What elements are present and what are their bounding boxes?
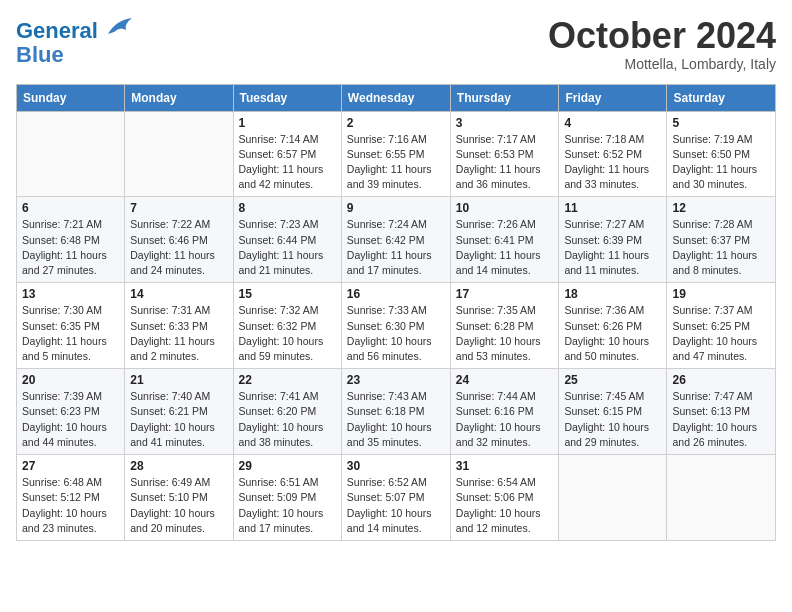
day-info: Sunrise: 7:23 AMSunset: 6:44 PMDaylight:…	[239, 217, 336, 278]
calendar-cell: 17Sunrise: 7:35 AMSunset: 6:28 PMDayligh…	[450, 283, 559, 369]
day-info: Sunrise: 7:37 AMSunset: 6:25 PMDaylight:…	[672, 303, 770, 364]
title-block: October 2024 Mottella, Lombardy, Italy	[548, 16, 776, 72]
day-number: 25	[564, 373, 661, 387]
day-info: Sunrise: 7:33 AMSunset: 6:30 PMDaylight:…	[347, 303, 445, 364]
logo-general: General	[16, 18, 98, 43]
calendar-cell: 21Sunrise: 7:40 AMSunset: 6:21 PMDayligh…	[125, 369, 233, 455]
day-number: 8	[239, 201, 336, 215]
day-info: Sunrise: 7:45 AMSunset: 6:15 PMDaylight:…	[564, 389, 661, 450]
month-title: October 2024	[548, 16, 776, 56]
day-number: 30	[347, 459, 445, 473]
day-info: Sunrise: 7:36 AMSunset: 6:26 PMDaylight:…	[564, 303, 661, 364]
day-number: 29	[239, 459, 336, 473]
day-number: 12	[672, 201, 770, 215]
calendar-cell: 2Sunrise: 7:16 AMSunset: 6:55 PMDaylight…	[341, 111, 450, 197]
day-number: 16	[347, 287, 445, 301]
day-info: Sunrise: 7:31 AMSunset: 6:33 PMDaylight:…	[130, 303, 227, 364]
calendar-cell: 28Sunrise: 6:49 AMSunset: 5:10 PMDayligh…	[125, 455, 233, 541]
week-row-1: 1Sunrise: 7:14 AMSunset: 6:57 PMDaylight…	[17, 111, 776, 197]
day-info: Sunrise: 7:27 AMSunset: 6:39 PMDaylight:…	[564, 217, 661, 278]
page-header: General Blue October 2024 Mottella, Lomb…	[16, 16, 776, 72]
day-info: Sunrise: 6:52 AMSunset: 5:07 PMDaylight:…	[347, 475, 445, 536]
calendar-cell: 29Sunrise: 6:51 AMSunset: 5:09 PMDayligh…	[233, 455, 341, 541]
day-info: Sunrise: 6:54 AMSunset: 5:06 PMDaylight:…	[456, 475, 554, 536]
day-number: 22	[239, 373, 336, 387]
calendar-cell: 15Sunrise: 7:32 AMSunset: 6:32 PMDayligh…	[233, 283, 341, 369]
day-number: 6	[22, 201, 119, 215]
header-day-tuesday: Tuesday	[233, 84, 341, 111]
calendar-cell: 20Sunrise: 7:39 AMSunset: 6:23 PMDayligh…	[17, 369, 125, 455]
day-number: 14	[130, 287, 227, 301]
day-info: Sunrise: 7:14 AMSunset: 6:57 PMDaylight:…	[239, 132, 336, 193]
logo-blue: Blue	[16, 43, 134, 67]
day-number: 24	[456, 373, 554, 387]
calendar-cell: 30Sunrise: 6:52 AMSunset: 5:07 PMDayligh…	[341, 455, 450, 541]
header-day-wednesday: Wednesday	[341, 84, 450, 111]
day-info: Sunrise: 6:48 AMSunset: 5:12 PMDaylight:…	[22, 475, 119, 536]
day-number: 7	[130, 201, 227, 215]
day-number: 21	[130, 373, 227, 387]
calendar-cell: 14Sunrise: 7:31 AMSunset: 6:33 PMDayligh…	[125, 283, 233, 369]
calendar-cell: 10Sunrise: 7:26 AMSunset: 6:41 PMDayligh…	[450, 197, 559, 283]
day-info: Sunrise: 7:22 AMSunset: 6:46 PMDaylight:…	[130, 217, 227, 278]
day-number: 13	[22, 287, 119, 301]
calendar-cell: 4Sunrise: 7:18 AMSunset: 6:52 PMDaylight…	[559, 111, 667, 197]
day-info: Sunrise: 7:43 AMSunset: 6:18 PMDaylight:…	[347, 389, 445, 450]
day-info: Sunrise: 7:44 AMSunset: 6:16 PMDaylight:…	[456, 389, 554, 450]
day-info: Sunrise: 7:16 AMSunset: 6:55 PMDaylight:…	[347, 132, 445, 193]
day-number: 11	[564, 201, 661, 215]
day-number: 27	[22, 459, 119, 473]
header-day-thursday: Thursday	[450, 84, 559, 111]
day-number: 19	[672, 287, 770, 301]
day-info: Sunrise: 7:32 AMSunset: 6:32 PMDaylight:…	[239, 303, 336, 364]
calendar-cell: 13Sunrise: 7:30 AMSunset: 6:35 PMDayligh…	[17, 283, 125, 369]
day-number: 4	[564, 116, 661, 130]
day-number: 17	[456, 287, 554, 301]
calendar-cell: 27Sunrise: 6:48 AMSunset: 5:12 PMDayligh…	[17, 455, 125, 541]
day-number: 18	[564, 287, 661, 301]
calendar-cell: 22Sunrise: 7:41 AMSunset: 6:20 PMDayligh…	[233, 369, 341, 455]
calendar-cell	[17, 111, 125, 197]
day-info: Sunrise: 7:19 AMSunset: 6:50 PMDaylight:…	[672, 132, 770, 193]
day-info: Sunrise: 6:51 AMSunset: 5:09 PMDaylight:…	[239, 475, 336, 536]
calendar-cell: 25Sunrise: 7:45 AMSunset: 6:15 PMDayligh…	[559, 369, 667, 455]
calendar-cell: 19Sunrise: 7:37 AMSunset: 6:25 PMDayligh…	[667, 283, 776, 369]
day-number: 20	[22, 373, 119, 387]
calendar-cell: 6Sunrise: 7:21 AMSunset: 6:48 PMDaylight…	[17, 197, 125, 283]
calendar-cell	[559, 455, 667, 541]
day-info: Sunrise: 7:47 AMSunset: 6:13 PMDaylight:…	[672, 389, 770, 450]
header-day-friday: Friday	[559, 84, 667, 111]
calendar-cell: 3Sunrise: 7:17 AMSunset: 6:53 PMDaylight…	[450, 111, 559, 197]
calendar-cell: 5Sunrise: 7:19 AMSunset: 6:50 PMDaylight…	[667, 111, 776, 197]
logo-text: General	[16, 16, 134, 43]
day-number: 3	[456, 116, 554, 130]
day-info: Sunrise: 7:17 AMSunset: 6:53 PMDaylight:…	[456, 132, 554, 193]
header-day-sunday: Sunday	[17, 84, 125, 111]
day-number: 1	[239, 116, 336, 130]
calendar-cell: 7Sunrise: 7:22 AMSunset: 6:46 PMDaylight…	[125, 197, 233, 283]
logo-bird-icon	[106, 16, 134, 38]
calendar-cell: 1Sunrise: 7:14 AMSunset: 6:57 PMDaylight…	[233, 111, 341, 197]
header-day-monday: Monday	[125, 84, 233, 111]
day-number: 23	[347, 373, 445, 387]
calendar-cell: 24Sunrise: 7:44 AMSunset: 6:16 PMDayligh…	[450, 369, 559, 455]
day-info: Sunrise: 7:24 AMSunset: 6:42 PMDaylight:…	[347, 217, 445, 278]
calendar-table: SundayMondayTuesdayWednesdayThursdayFrid…	[16, 84, 776, 541]
day-info: Sunrise: 7:40 AMSunset: 6:21 PMDaylight:…	[130, 389, 227, 450]
day-number: 26	[672, 373, 770, 387]
day-info: Sunrise: 7:28 AMSunset: 6:37 PMDaylight:…	[672, 217, 770, 278]
calendar-cell	[667, 455, 776, 541]
logo: General Blue	[16, 16, 134, 67]
day-info: Sunrise: 7:21 AMSunset: 6:48 PMDaylight:…	[22, 217, 119, 278]
calendar-cell: 26Sunrise: 7:47 AMSunset: 6:13 PMDayligh…	[667, 369, 776, 455]
calendar-cell: 16Sunrise: 7:33 AMSunset: 6:30 PMDayligh…	[341, 283, 450, 369]
day-number: 10	[456, 201, 554, 215]
day-number: 9	[347, 201, 445, 215]
calendar-cell: 11Sunrise: 7:27 AMSunset: 6:39 PMDayligh…	[559, 197, 667, 283]
day-number: 5	[672, 116, 770, 130]
header-day-saturday: Saturday	[667, 84, 776, 111]
week-row-5: 27Sunrise: 6:48 AMSunset: 5:12 PMDayligh…	[17, 455, 776, 541]
week-row-2: 6Sunrise: 7:21 AMSunset: 6:48 PMDaylight…	[17, 197, 776, 283]
header-row: SundayMondayTuesdayWednesdayThursdayFrid…	[17, 84, 776, 111]
day-info: Sunrise: 7:26 AMSunset: 6:41 PMDaylight:…	[456, 217, 554, 278]
